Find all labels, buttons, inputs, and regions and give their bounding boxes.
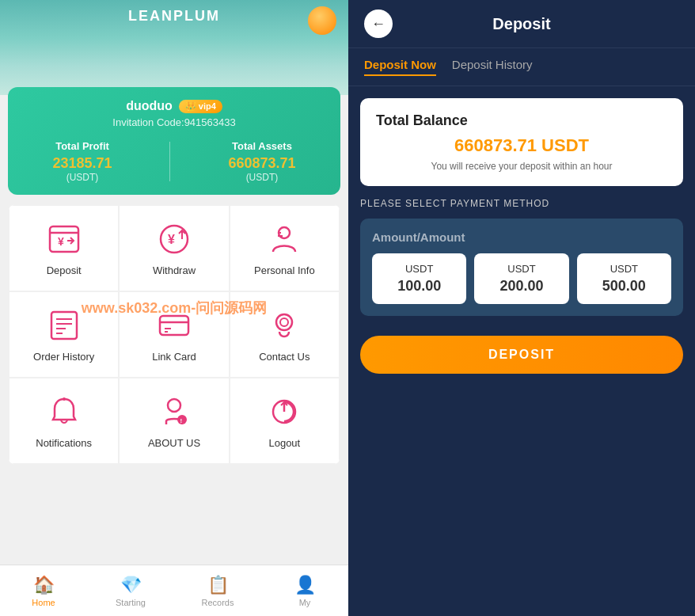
svg-rect-15 <box>160 316 188 335</box>
menu-item-link-card[interactable]: Link Card <box>119 291 229 378</box>
contact-us-icon <box>265 306 303 344</box>
menu-label-personal: Personal Info <box>254 264 315 276</box>
menu-item-withdraw[interactable]: ¥ Withdraw <box>119 205 229 291</box>
menu-item-personal-info[interactable]: Personal Info <box>230 205 340 291</box>
payment-method-title: PLEASE SELECT PAYMENT METHOD <box>360 198 683 209</box>
logout-icon <box>265 393 303 431</box>
nav-label-home: Home <box>32 598 55 607</box>
menu-grid: ¥ Deposit ¥ Withdraw <box>8 204 340 465</box>
amount-currency-2: USDT <box>583 263 665 275</box>
balance-title: Total Balance <box>376 112 667 129</box>
assets-value: 660873.71 <box>228 155 295 172</box>
svg-rect-10 <box>51 312 77 339</box>
orange-circle-decoration <box>308 6 336 35</box>
menu-label-notifications: Notifications <box>36 437 92 449</box>
about-us-icon: ! <box>155 393 193 431</box>
user-card: duoduo 👑 vip4 Invitation Code:941563433 … <box>8 87 340 195</box>
nav-item-home[interactable]: 🏠 Home <box>0 565 87 616</box>
deposit-button[interactable]: DEPOSIT <box>360 336 683 374</box>
tab-deposit-history[interactable]: Deposit History <box>452 58 533 76</box>
menu-item-order-history[interactable]: Order History <box>9 291 119 378</box>
profit-label: Total Profit <box>52 140 112 152</box>
amount-currency-0: USDT <box>378 263 460 275</box>
nav-item-my[interactable]: 👤 My <box>261 565 348 616</box>
deposit-content: Total Balance 660873.71 USDT You will re… <box>348 86 695 616</box>
menu-label-contact: Contact Us <box>259 351 310 363</box>
withdraw-icon: ¥ <box>155 220 193 258</box>
amount-value-2: 500.00 <box>583 278 665 295</box>
amount-value-1: 200.00 <box>480 278 562 295</box>
my-icon: 👤 <box>294 575 316 595</box>
records-icon: 📋 <box>207 575 229 595</box>
menu-item-contact-us[interactable]: Contact Us <box>230 291 340 378</box>
balance-note: You will receive your deposit within an … <box>376 161 667 172</box>
payment-card-title: Amount/Amount <box>372 230 671 244</box>
amount-option-500[interactable]: USDT 500.00 <box>577 253 671 304</box>
nav-label-records: Records <box>202 598 234 607</box>
link-card-icon <box>155 306 193 344</box>
svg-text:¥: ¥ <box>58 235 64 248</box>
menu-label-deposit: Deposit <box>47 264 82 276</box>
vip-badge: 👑 vip4 <box>179 100 222 113</box>
left-panel: LEANPLUM duoduo 👑 vip4 Invitation Code:9… <box>0 0 348 616</box>
payment-card: Amount/Amount USDT 100.00 USDT 200.00 US… <box>360 219 683 316</box>
nav-label-starting: Starting <box>116 598 146 607</box>
nav-label-my: My <box>299 598 311 607</box>
svg-point-19 <box>276 314 292 330</box>
balance-amount: 660873.71 USDT <box>376 135 667 156</box>
nav-item-records[interactable]: 📋 Records <box>174 565 261 616</box>
invitation-code: Invitation Code:941563433 <box>24 116 325 128</box>
svg-point-20 <box>280 318 288 326</box>
right-panel: ← Deposit Deposit Now Deposit History To… <box>348 0 695 616</box>
deposit-header: ← Deposit <box>348 0 695 48</box>
menu-label-order: Order History <box>33 351 94 363</box>
nav-item-starting[interactable]: 💎 Starting <box>87 565 174 616</box>
home-icon: 🏠 <box>33 575 55 595</box>
profit-unit: (USDT) <box>52 172 112 183</box>
menu-item-logout[interactable]: Logout <box>230 378 340 464</box>
crown-icon: 👑 <box>185 101 196 112</box>
deposit-tabs: Deposit Now Deposit History <box>348 48 695 86</box>
menu-label-about: ABOUT US <box>148 437 200 449</box>
bottom-nav: 🏠 Home 💎 Starting 📋 Records 👤 My <box>0 565 348 616</box>
assets-label: Total Assets <box>228 140 295 152</box>
back-button[interactable]: ← <box>364 10 393 38</box>
balance-card: Total Balance 660873.71 USDT You will re… <box>360 98 683 186</box>
menu-item-about-us[interactable]: ! ABOUT US <box>119 378 229 464</box>
amount-option-100[interactable]: USDT 100.00 <box>372 253 466 304</box>
svg-point-21 <box>63 397 66 401</box>
left-header: LEANPLUM <box>0 0 348 95</box>
profit-value: 23185.71 <box>52 155 112 172</box>
assets-block: Total Assets 660873.71 (USDT) <box>228 140 295 183</box>
order-history-icon <box>45 306 83 344</box>
deposit-icon: ¥ <box>45 220 83 258</box>
diamond-icon: 💎 <box>120 575 142 595</box>
menu-item-deposit[interactable]: ¥ Deposit <box>9 205 119 291</box>
menu-label-link-card: Link Card <box>152 351 196 363</box>
menu-label-logout: Logout <box>268 437 300 449</box>
svg-point-22 <box>168 399 180 412</box>
svg-rect-0 <box>50 226 78 252</box>
stat-divider <box>169 142 170 181</box>
tab-deposit-now[interactable]: Deposit Now <box>364 58 436 76</box>
amount-value-0: 100.00 <box>378 278 460 295</box>
amount-options: USDT 100.00 USDT 200.00 USDT 500.00 <box>372 253 671 304</box>
assets-unit: (USDT) <box>228 172 295 183</box>
svg-text:!: ! <box>180 417 182 424</box>
app-title: LEANPLUM <box>128 8 220 25</box>
personal-info-icon <box>265 220 303 258</box>
amount-option-200[interactable]: USDT 200.00 <box>474 253 568 304</box>
amount-currency-1: USDT <box>480 263 562 275</box>
svg-text:¥: ¥ <box>168 233 175 246</box>
user-name: duoduo <box>126 99 173 113</box>
profit-block: Total Profit 23185.71 (USDT) <box>52 140 112 183</box>
menu-label-withdraw: Withdraw <box>153 264 196 276</box>
vip-level: vip4 <box>199 101 216 111</box>
menu-item-notifications[interactable]: Notifications <box>9 378 119 464</box>
notifications-icon <box>45 393 83 431</box>
deposit-title: Deposit <box>393 15 651 33</box>
